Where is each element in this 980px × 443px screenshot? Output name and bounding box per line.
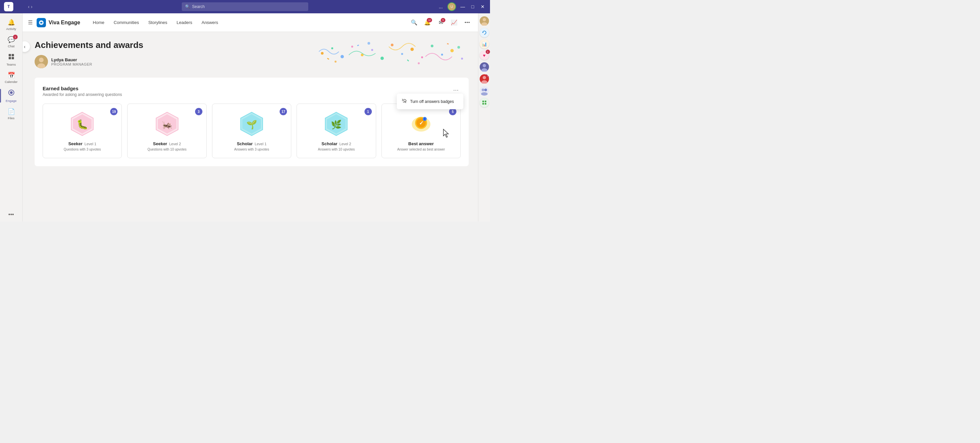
svg-rect-1 — [12, 54, 14, 56]
calendar-icon: 📅 — [8, 72, 15, 79]
sidebar-item-label-teams: Teams — [7, 63, 16, 66]
right-person3-avatar[interactable]: 1 — [479, 74, 489, 84]
right-group-avatar[interactable] — [479, 86, 489, 96]
sidebar-item-label-chat: Chat — [8, 44, 14, 48]
badge-count-scholar-l2: 1 — [364, 108, 372, 115]
sidebar-item-label-files: Files — [8, 116, 14, 120]
nav-forward-arrow[interactable]: › — [31, 4, 33, 10]
nav-storylines[interactable]: Storylines — [143, 13, 172, 32]
user-avatar-title[interactable]: U — [447, 2, 456, 11]
page-header: Achievements and awards Lydya Bauer PROG… — [35, 40, 469, 68]
badge-image-seeker-l1: 🐛 — [69, 111, 95, 137]
nav-back-arrow[interactable]: ‹ — [28, 4, 30, 10]
nav-answers[interactable]: Answers — [197, 13, 223, 32]
window-controls: ... U — □ ✕ — [438, 2, 486, 11]
title-search-bar[interactable]: 🔍 Search — [182, 2, 308, 11]
hamburger-btn[interactable]: ☰ — [28, 19, 33, 25]
svg-rect-0 — [9, 54, 11, 56]
badge-card-seeker-l2: 3 🦗 Seeker Level 2 Question — [127, 104, 206, 158]
svg-point-5 — [10, 91, 13, 94]
turn-off-badges-item[interactable]: Turn off answers badges — [397, 96, 463, 107]
svg-point-63 — [484, 89, 487, 91]
back-button[interactable]: ‹ — [23, 41, 30, 52]
close-btn[interactable]: ✕ — [479, 4, 486, 10]
app-name: Viva Engage — [49, 20, 80, 25]
sidebar-item-label-calendar: Calender — [5, 80, 18, 84]
svg-text:🌱: 🌱 — [247, 119, 257, 130]
badge-card-scholar-l1: 17 🌱 Scholar Level 1 Answer — [212, 104, 291, 158]
right-grid-btn[interactable] — [480, 98, 489, 107]
badge-card-scholar-l2: 1 🌿 Scholar Level 2 Answers — [297, 104, 376, 158]
engage-icon — [8, 89, 15, 98]
svg-rect-3 — [12, 57, 14, 59]
svg-point-8 — [39, 57, 44, 62]
svg-text:🌿: 🌿 — [331, 119, 342, 130]
nav-leaders[interactable]: Leaders — [172, 13, 197, 32]
badge-count-seeker-l1: 19 — [110, 108, 118, 115]
badge-cards: 19 🐛 Seeker Level 1 Questio — [43, 104, 461, 158]
svg-point-64 — [481, 92, 488, 96]
message-badge: 5 — [441, 18, 445, 22]
badge-desc-seeker-l1: Questions with 3 upvotes — [64, 148, 101, 151]
top-nav: ☰ Viva Engage Home Communities Storyline… — [23, 13, 478, 32]
right-person2-avatar[interactable] — [479, 62, 489, 72]
user-details: Lydya Bauer PROGRAM MANAGER — [51, 57, 92, 66]
badge-image-best-answer: ✓ — [408, 111, 434, 137]
more-options-btn[interactable]: ... — [438, 4, 444, 10]
badge-desc-best-answer: Answer selected as best answer — [397, 148, 445, 151]
badges-title: Earned badges — [43, 86, 122, 91]
right-chart-btn[interactable]: 📊 — [480, 39, 489, 49]
message-btn[interactable]: ✉ 5 — [435, 18, 446, 28]
right-profile-avatar[interactable] — [479, 16, 489, 26]
back-icon: ‹ — [24, 44, 25, 49]
badge-desc-scholar-l2: Answers with 10 upvotes — [318, 148, 355, 151]
title-search-placeholder: Search — [192, 4, 205, 9]
user-role: PROGRAM MANAGER — [51, 62, 92, 66]
badge-card-best-answer: 5 ✓ Best answer — [382, 104, 461, 158]
title-search-icon: 🔍 — [185, 4, 190, 9]
chart-btn[interactable]: 📈 — [449, 18, 460, 28]
right-heart-btn[interactable]: ♥ 1 — [480, 51, 489, 60]
badge-count-seeker-l2: 3 — [195, 108, 202, 115]
nav-home[interactable]: Home — [88, 13, 109, 32]
badges-dropdown-menu: Turn off answers badges — [397, 94, 463, 109]
search-btn[interactable]: 🔍 — [409, 18, 419, 28]
badge-desc-scholar-l1: Answers with 3 upvotes — [234, 148, 269, 151]
nav-communities[interactable]: Communities — [109, 13, 144, 32]
badge-name-seeker-l1: Seeker Level 1 — [68, 141, 96, 146]
maximize-btn[interactable]: □ — [469, 4, 476, 10]
nav-arrows: ‹ › — [28, 4, 32, 10]
sidebar-item-files[interactable]: 📄 Files — [0, 105, 22, 123]
badges-title-group: Earned badges Awarded for asking and ans… — [43, 86, 122, 97]
badge-image-scholar-l2: 🌿 — [323, 111, 350, 137]
sidebar-item-teams[interactable]: Teams — [0, 51, 22, 69]
content-area: ☰ Viva Engage Home Communities Storyline… — [23, 13, 478, 222]
sidebar-item-label-engage: Engage — [6, 99, 17, 103]
right-sidebar: 📊 ♥ 1 1 — [478, 13, 490, 222]
sidebar-item-calendar[interactable]: 📅 Calender — [0, 69, 22, 86]
sidebar-item-engage[interactable]: Engage — [0, 86, 22, 105]
svg-text:✓: ✓ — [419, 120, 423, 126]
sidebar-more-btn[interactable]: ••• — [8, 212, 14, 217]
minimize-btn[interactable]: — — [460, 4, 466, 10]
avatar — [35, 55, 48, 68]
more-nav-btn[interactable]: ••• — [462, 18, 473, 28]
page-title: Achievements and awards — [35, 40, 469, 50]
eye-off-icon — [401, 98, 407, 105]
notification-btn[interactable]: 🔔 12 — [422, 18, 433, 28]
sidebar-item-chat[interactable]: 1 💬 Chat — [0, 33, 22, 51]
badge-name-best-answer: Best answer — [409, 141, 434, 146]
badge-count-scholar-l1: 17 — [280, 108, 287, 115]
viva-engage-logo-icon — [37, 18, 46, 27]
badge-name-seeker-l2: Seeker Level 2 — [153, 141, 181, 146]
svg-point-62 — [482, 89, 484, 91]
right-refresh-btn[interactable] — [480, 28, 489, 37]
top-nav-actions: 🔍 🔔 12 ✉ 5 📈 ••• — [409, 18, 473, 28]
app-logo: Viva Engage — [37, 18, 80, 27]
svg-rect-65 — [482, 100, 484, 102]
files-icon: 📄 — [8, 108, 15, 115]
heart-badge: 1 — [486, 49, 490, 54]
sidebar-item-label-activity: Activity — [6, 27, 16, 31]
sidebar-item-activity[interactable]: 🔔 Activity — [0, 16, 22, 33]
user-info: Lydya Bauer PROGRAM MANAGER — [35, 55, 469, 68]
